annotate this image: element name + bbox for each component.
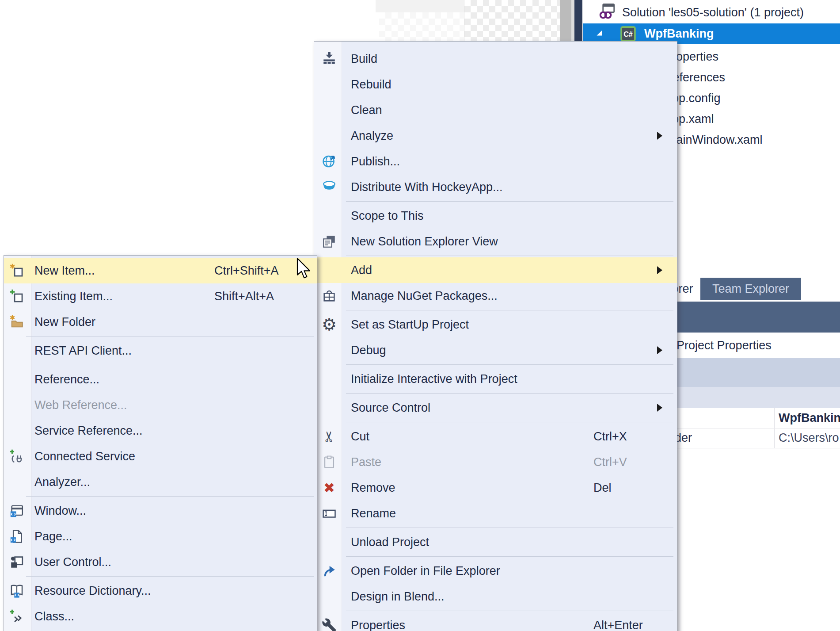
menu-item-label: Open Folder in File Explorer bbox=[351, 558, 500, 584]
menu-item-label: New Item... bbox=[34, 258, 95, 283]
menu-item-debug[interactable]: Debug bbox=[314, 337, 677, 363]
menu-item-rebuild[interactable]: Rebuild bbox=[314, 72, 677, 97]
menu-separator bbox=[4, 363, 317, 367]
menu-item-label: Design in Blend... bbox=[351, 584, 445, 609]
menu-item-shortcut: Shift+Alt+A bbox=[214, 283, 274, 309]
menu-separator bbox=[314, 421, 677, 424]
menu-item-new-folder[interactable]: New Folder bbox=[4, 309, 317, 335]
menu-item-label: Connected Service bbox=[34, 444, 135, 469]
menu-item-label: Add bbox=[351, 257, 372, 283]
menu-item-label: Reference... bbox=[34, 367, 99, 392]
menu-item-resource-dictionary[interactable]: Resource Dictionary... bbox=[4, 578, 317, 604]
property-value-project-folder[interactable]: C:\Users\ro bbox=[779, 428, 839, 448]
menu-item-user-control[interactable]: User Control... bbox=[4, 549, 317, 575]
menu-item-manage-nuget-packages[interactable]: Manage NuGet Packages... bbox=[314, 283, 677, 309]
menu-separator bbox=[314, 392, 677, 395]
menu-separator bbox=[4, 335, 317, 338]
canvas-edge-strip-light bbox=[571, 0, 574, 41]
menu-item-page[interactable]: Page... bbox=[4, 524, 317, 549]
menu-item-shortcut: Ctrl+Shift+A bbox=[214, 258, 279, 283]
canvas-gray-band bbox=[376, 0, 464, 12]
menu-item-label: New Folder bbox=[34, 309, 95, 335]
tab-team-explorer[interactable]: Team Explorer bbox=[700, 278, 801, 300]
menu-item-label: Service Reference... bbox=[34, 418, 143, 444]
menu-item-label: Class... bbox=[34, 604, 74, 629]
existing-item-icon bbox=[7, 283, 27, 309]
menu-item-shortcut: Ctrl+X bbox=[593, 424, 627, 449]
menu-item-label: Source Control bbox=[351, 395, 430, 421]
class-icon bbox=[7, 604, 27, 629]
menu-item-add[interactable]: Add bbox=[314, 257, 677, 283]
menu-item-label: REST API Client... bbox=[34, 338, 132, 363]
menu-item-initialize-interactive-with-project[interactable]: Initialize Interactive with Project bbox=[314, 366, 677, 392]
publish-icon bbox=[320, 149, 338, 174]
menu-item-paste[interactable]: PasteCtrl+V bbox=[314, 449, 677, 475]
submenu-arrow-icon bbox=[657, 266, 662, 274]
menu-item-distribute-with-hockeyapp[interactable]: Distribute With HockeyApp... bbox=[314, 174, 677, 200]
menu-item-rest-api-client[interactable]: REST API Client... bbox=[4, 338, 317, 363]
menu-item-new-item[interactable]: New Item...Ctrl+Shift+A bbox=[4, 258, 317, 283]
build-icon bbox=[320, 46, 338, 72]
menu-item-label: Existing Item... bbox=[34, 283, 113, 309]
menu-item-label: Clean bbox=[351, 97, 382, 123]
menu-item-set-as-startup-project[interactable]: ⚙Set as StartUp Project bbox=[314, 312, 677, 337]
solution-node-label[interactable]: Solution 'les05-solution' (1 project) bbox=[622, 2, 804, 23]
menu-item-build[interactable]: Build bbox=[314, 46, 677, 72]
svg-text:C#: C# bbox=[623, 30, 633, 38]
menu-separator bbox=[314, 555, 677, 558]
menu-item-label: Analyzer... bbox=[34, 469, 90, 495]
no-icon bbox=[320, 97, 338, 123]
menu-item-publish[interactable]: Publish... bbox=[314, 149, 677, 174]
menu-item-existing-item[interactable]: Existing Item...Shift+Alt+A bbox=[4, 283, 317, 309]
menu-separator bbox=[314, 254, 677, 257]
submenu-arrow-icon bbox=[657, 346, 662, 354]
menu-item-label: User Control... bbox=[34, 549, 111, 575]
menu-item-label: Scope to This bbox=[351, 203, 424, 229]
no-icon bbox=[320, 529, 338, 555]
menu-item-analyzer[interactable]: Analyzer... bbox=[4, 469, 317, 495]
menu-item-new-solution-explorer-view[interactable]: New Solution Explorer View bbox=[314, 229, 677, 254]
menu-item-label: Debug bbox=[351, 337, 386, 363]
menu-item-properties[interactable]: PropertiesAlt+Enter bbox=[314, 612, 677, 631]
no-icon bbox=[7, 418, 27, 444]
menu-separator bbox=[314, 200, 677, 203]
menu-item-clean[interactable]: Clean bbox=[314, 97, 677, 123]
menu-item-unload-project[interactable]: Unload Project bbox=[314, 529, 677, 555]
connected-service-icon bbox=[7, 444, 27, 469]
cut-icon: ✂ bbox=[320, 424, 338, 449]
menu-item-label: Window... bbox=[34, 498, 86, 524]
grid-column-divider bbox=[774, 408, 775, 448]
menu-item-class[interactable]: Class... bbox=[4, 604, 317, 629]
no-icon bbox=[320, 72, 338, 97]
menu-item-window[interactable]: Window... bbox=[4, 498, 317, 524]
menu-separator bbox=[4, 495, 317, 498]
no-icon bbox=[320, 203, 338, 229]
tab-team-explorer-label: Team Explorer bbox=[712, 282, 789, 295]
menu-item-label: Build bbox=[351, 46, 377, 72]
paste-icon bbox=[320, 449, 338, 475]
menu-item-web-reference[interactable]: Web Reference... bbox=[4, 392, 317, 418]
menu-item-label: Publish... bbox=[351, 149, 400, 174]
menu-item-reference[interactable]: Reference... bbox=[4, 367, 317, 392]
new-solution-explorer-view-icon bbox=[320, 229, 338, 254]
menu-item-cut[interactable]: ✂CutCtrl+X bbox=[314, 424, 677, 449]
menu-item-remove[interactable]: ✖RemoveDel bbox=[314, 475, 677, 501]
menu-item-open-folder-in-file-explorer[interactable]: Open Folder in File Explorer bbox=[314, 558, 677, 584]
property-value-project-file[interactable]: WpfBanking bbox=[779, 408, 840, 428]
menu-item-service-reference[interactable]: Service Reference... bbox=[4, 418, 317, 444]
menu-item-label: Paste bbox=[351, 449, 381, 475]
submenu-arrow-icon bbox=[657, 132, 662, 140]
no-icon bbox=[320, 337, 338, 363]
menu-item-source-control[interactable]: Source Control bbox=[314, 395, 677, 421]
nuget-icon bbox=[320, 283, 338, 309]
menu-item-connected-service[interactable]: Connected Service bbox=[4, 444, 317, 469]
no-icon bbox=[320, 584, 338, 609]
menu-item-scope-to-this[interactable]: Scope to This bbox=[314, 203, 677, 229]
menu-item-rename[interactable]: Rename bbox=[314, 501, 677, 526]
expand-triangle-icon[interactable] bbox=[596, 29, 603, 38]
menu-item-label: Page... bbox=[34, 524, 72, 549]
tree-item-mainwindow-xaml[interactable]: MainWindow.xaml bbox=[666, 130, 763, 150]
menu-item-label: New Solution Explorer View bbox=[351, 229, 498, 254]
menu-item-analyze[interactable]: Analyze bbox=[314, 123, 677, 149]
menu-item-design-in-blend[interactable]: Design in Blend... bbox=[314, 584, 677, 609]
